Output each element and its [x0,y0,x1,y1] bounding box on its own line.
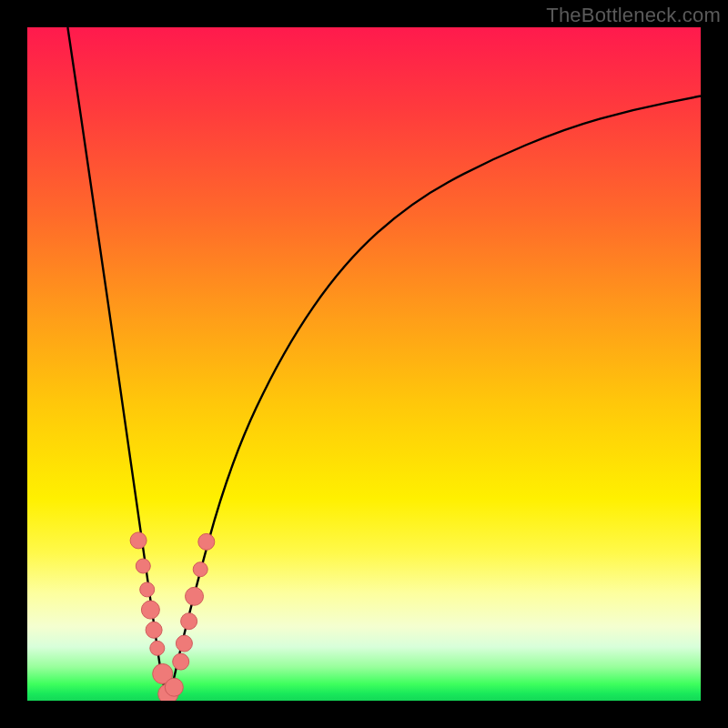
marker-dot [165,678,183,696]
attribution-label: TheBottleneck.com [546,4,721,27]
curve-right-branch [168,96,701,701]
marker-dot [150,641,165,655]
left-branch-path [67,27,168,701]
marker-dot [136,559,150,573]
marker-group [130,532,215,701]
marker-dot [141,601,159,619]
curve-left-branch [67,27,168,701]
marker-dot [193,562,207,577]
marker-dot [181,613,197,630]
marker-dot [146,622,162,638]
marker-dot [186,587,204,605]
marker-dot [198,533,215,550]
marker-dot [176,635,192,652]
marker-dot [140,582,155,597]
marker-dot [130,532,147,549]
chart-frame: TheBottleneck.com [0,0,728,728]
plot-area [27,27,701,701]
marker-dot [173,653,189,670]
chart-svg [27,27,701,701]
right-branch-path [168,96,701,701]
